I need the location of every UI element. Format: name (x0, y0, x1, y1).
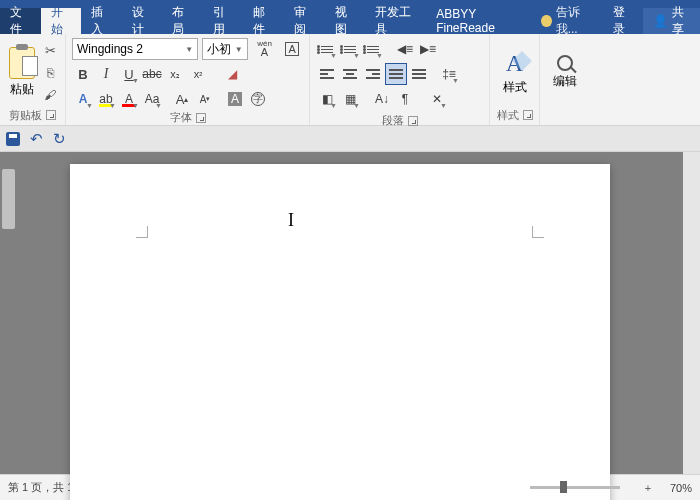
scissors-icon: ✂ (45, 43, 56, 58)
pinyin-label-bottom: A (261, 46, 268, 58)
character-shading-button[interactable]: A (224, 88, 246, 110)
align-left-button[interactable] (316, 63, 338, 85)
editing-label: 编辑 (553, 73, 577, 90)
tab-design[interactable]: 设计 (122, 8, 163, 34)
distributed-icon (412, 69, 426, 79)
styles-dialog-launcher[interactable] (523, 110, 533, 120)
share-icon: 👤 (653, 14, 668, 28)
indent-icon: ▶≡ (420, 42, 436, 56)
tab-review[interactable]: 审阅 (284, 8, 325, 34)
bold-button[interactable]: B (72, 63, 94, 85)
highlight-button[interactable]: ab▼ (95, 88, 117, 110)
page[interactable]: I (70, 164, 610, 500)
chevron-down-icon: ▼ (86, 102, 93, 109)
clipboard-dialog-launcher[interactable] (46, 110, 56, 120)
show-marks-button[interactable]: ¶ (394, 88, 416, 110)
format-painter-button[interactable]: 🖌 (41, 86, 59, 104)
cut-button[interactable]: ✂ (41, 42, 59, 60)
chevron-down-icon: ▼ (132, 102, 139, 109)
login-button[interactable]: 登录 (603, 8, 644, 34)
align-right-button[interactable] (362, 63, 384, 85)
asian-layout-button[interactable]: ✕▼ (426, 88, 448, 110)
redo-button[interactable]: ↻ (53, 130, 66, 148)
font-name-combo[interactable]: Wingdings 2▼ (72, 38, 198, 60)
styles-icon: A (506, 50, 523, 77)
tab-layout[interactable]: 布局 (162, 8, 203, 34)
scroll-thumb[interactable] (2, 169, 15, 229)
paste-label: 粘贴 (10, 81, 34, 98)
tab-abbyy[interactable]: ABBYY FineReade (426, 8, 533, 34)
subscript-button[interactable]: x (164, 63, 186, 85)
paste-button[interactable]: 粘贴 (6, 38, 37, 107)
bullets-button[interactable]: ▼ (316, 38, 338, 60)
superscript-button[interactable]: x (187, 63, 209, 85)
align-center-icon (343, 69, 357, 79)
tab-home[interactable]: 开始 (41, 8, 82, 34)
underline-button[interactable]: U▼ (118, 63, 140, 85)
zoom-slider[interactable] (530, 486, 620, 489)
align-justify-button[interactable] (385, 63, 407, 85)
enclose-characters-button[interactable]: 字 (247, 88, 269, 110)
margin-corner-tr (532, 226, 544, 238)
brush-icon: 🖌 (44, 88, 56, 102)
bulb-icon (541, 15, 551, 27)
italic-button[interactable]: I (95, 63, 117, 85)
character-border-button[interactable]: A (281, 38, 303, 60)
font-group-label: 字体 (170, 110, 192, 125)
save-icon (6, 132, 20, 146)
tab-developer[interactable]: 开发工具 (365, 8, 426, 34)
shading-a-icon: A (228, 92, 242, 106)
undo-button[interactable]: ↶ (30, 130, 43, 148)
shrink-font-button[interactable]: A▾ (194, 88, 216, 110)
document-viewport[interactable]: I (0, 152, 683, 474)
shading-button[interactable]: ◧▼ (316, 88, 338, 110)
font-size-combo[interactable]: 小初▼ (202, 38, 247, 60)
align-center-button[interactable] (339, 63, 361, 85)
line-spacing-button[interactable]: ‡≡▼ (438, 63, 460, 85)
align-left-icon (320, 69, 334, 79)
chevron-down-icon: ▼ (440, 102, 447, 109)
tell-me-search[interactable]: 告诉我... (533, 8, 602, 34)
save-button[interactable] (6, 132, 20, 146)
tab-view[interactable]: 视图 (325, 8, 366, 34)
font-color-button[interactable]: A▼ (118, 88, 140, 110)
strike-label: abc (142, 67, 161, 81)
chevron-down-icon: ▼ (376, 52, 383, 59)
font-dialog-launcher[interactable] (196, 113, 206, 123)
distributed-button[interactable] (408, 63, 430, 85)
editing-button[interactable]: 编辑 (546, 38, 584, 107)
scroll-track[interactable] (0, 169, 17, 457)
file-tab[interactable]: 文件 (0, 8, 41, 34)
zoom-thumb[interactable] (560, 481, 567, 493)
sort-button[interactable]: A↓ (371, 88, 393, 110)
phonetic-guide-button[interactable]: wénA (252, 38, 278, 60)
text-effects-button[interactable]: A▼ (72, 88, 94, 110)
copy-button[interactable]: ⎘ (41, 64, 59, 82)
borders-button[interactable]: ▦▼ (339, 88, 361, 110)
find-icon (557, 55, 573, 71)
vertical-scrollbar[interactable]: ▲ ▼ (0, 152, 17, 474)
share-button[interactable]: 👤 共享 (643, 8, 700, 34)
text-cursor: I (288, 210, 294, 231)
multilevel-list-button[interactable]: ▼ (362, 38, 384, 60)
tab-mailings[interactable]: 邮件 (243, 8, 284, 34)
tab-references[interactable]: 引用 (203, 8, 244, 34)
chevron-down-icon: ▼ (235, 45, 243, 54)
grow-font-button[interactable]: A▴ (171, 88, 193, 110)
chevron-down-icon: ▼ (353, 52, 360, 59)
increase-indent-button[interactable]: ▶≡ (417, 38, 439, 60)
styles-button[interactable]: A 样式 (496, 38, 533, 107)
tab-insert[interactable]: 插入 (81, 8, 122, 34)
tell-me-label: 告诉我... (556, 4, 595, 38)
enclose-icon: 字 (251, 92, 265, 106)
clear-formatting-button[interactable]: ◢ (221, 63, 243, 85)
zoom-in-button[interactable]: + (640, 482, 656, 494)
numbering-button[interactable]: ▼ (339, 38, 361, 60)
zoom-level[interactable]: 70% (670, 482, 692, 494)
paragraph-dialog-launcher[interactable] (408, 116, 418, 126)
paste-icon (9, 47, 35, 79)
decrease-indent-button[interactable]: ◀≡ (394, 38, 416, 60)
change-case-button[interactable]: Aa▼ (141, 88, 163, 110)
strikethrough-button[interactable]: abc (141, 63, 163, 85)
outdent-icon: ◀≡ (397, 42, 413, 56)
